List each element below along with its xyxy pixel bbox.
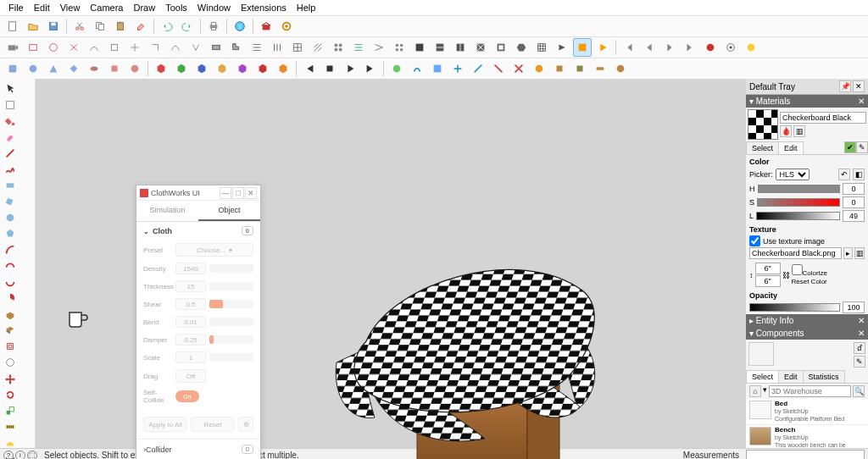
ext-tool-5[interactable] bbox=[105, 38, 124, 57]
component-send-icon[interactable]: ď bbox=[854, 342, 865, 354]
camera-icon[interactable] bbox=[3, 38, 22, 57]
ext-tool-9[interactable] bbox=[186, 38, 205, 57]
measurements-input[interactable] bbox=[746, 450, 865, 460]
comp-tab-select[interactable]: Select bbox=[746, 370, 779, 383]
rotated-rect-tool[interactable] bbox=[2, 193, 18, 209]
material-new-icon[interactable]: ▥ bbox=[793, 125, 805, 137]
misc-11[interactable] bbox=[591, 59, 609, 78]
cube-green[interactable] bbox=[172, 59, 191, 78]
line-tool[interactable] bbox=[2, 145, 18, 161]
cloth-section-header[interactable]: ⌄Cloth 0 bbox=[136, 222, 260, 240]
select-tool[interactable] bbox=[2, 80, 18, 97]
drag-toggle[interactable]: Off bbox=[175, 369, 206, 383]
chevron-down-icon[interactable]: ▾ bbox=[763, 385, 767, 397]
tool-redo[interactable] bbox=[178, 17, 197, 36]
tool-paste[interactable] bbox=[111, 17, 130, 36]
tool-open[interactable] bbox=[24, 17, 42, 36]
tool-copy[interactable] bbox=[91, 17, 109, 36]
pie-tool[interactable] bbox=[2, 290, 18, 306]
status-info-icon[interactable]: i bbox=[15, 451, 25, 460]
damper-slider[interactable] bbox=[209, 335, 253, 344]
bend-input[interactable] bbox=[175, 316, 206, 328]
ext-tool-6[interactable] bbox=[125, 38, 144, 57]
box-tool-2[interactable] bbox=[431, 38, 449, 57]
outer-shell[interactable] bbox=[2, 354, 18, 370]
ext-tool-2[interactable] bbox=[44, 38, 63, 57]
rotate-tool[interactable] bbox=[2, 386, 18, 402]
density-input[interactable] bbox=[175, 263, 206, 274]
sim-forward[interactable] bbox=[361, 59, 380, 78]
circle-tool[interactable] bbox=[2, 209, 18, 225]
tool-ext-warehouse[interactable] bbox=[257, 17, 275, 36]
make-component[interactable] bbox=[2, 97, 18, 113]
2point-arc[interactable] bbox=[2, 257, 18, 274]
pattern-tool-8[interactable] bbox=[390, 38, 409, 57]
tab-simulation[interactable]: Simulation bbox=[136, 201, 198, 221]
misc-4[interactable] bbox=[448, 59, 467, 78]
menu-help[interactable]: Help bbox=[292, 1, 321, 14]
s-slider[interactable] bbox=[757, 198, 840, 207]
apply-all-button[interactable]: Apply to All bbox=[143, 417, 187, 432]
tex-width-input[interactable] bbox=[755, 263, 781, 274]
misc-1[interactable] bbox=[387, 59, 406, 78]
material-tab-select[interactable]: Select bbox=[746, 141, 779, 154]
list-item[interactable]: Benchby SketchUpThis wooden bench can be… bbox=[746, 425, 868, 448]
ext-tool-4[interactable] bbox=[85, 38, 103, 57]
component-replace-icon[interactable]: ✎ bbox=[854, 356, 865, 368]
chain-icon[interactable]: ⛓ bbox=[782, 271, 790, 279]
3point-arc[interactable] bbox=[2, 274, 18, 290]
tray-close[interactable]: ✕ bbox=[853, 80, 865, 92]
dialog-maximize[interactable]: □ bbox=[232, 187, 244, 199]
nav-next[interactable] bbox=[660, 38, 679, 57]
sim-stop[interactable] bbox=[320, 59, 339, 78]
move-tool[interactable] bbox=[2, 370, 18, 386]
misc-7[interactable] bbox=[509, 59, 528, 78]
bend-slider[interactable] bbox=[209, 318, 253, 326]
r3-tool-6[interactable] bbox=[105, 59, 124, 78]
component-list[interactable]: Bedby SketchUpConfigurable Platform Bed … bbox=[746, 399, 868, 448]
pattern-tool-2[interactable] bbox=[268, 38, 287, 57]
tool-model-info[interactable]: i bbox=[231, 17, 249, 36]
menu-tools[interactable]: Tools bbox=[160, 1, 192, 14]
tool-new[interactable] bbox=[3, 17, 22, 36]
tool-erase[interactable] bbox=[131, 17, 150, 36]
polygon-tool[interactable] bbox=[2, 225, 18, 241]
misc-6[interactable] bbox=[489, 59, 508, 78]
cube-red[interactable] bbox=[152, 59, 170, 78]
browse-texture-button[interactable]: ▸ bbox=[843, 247, 854, 259]
box-tool-1[interactable] bbox=[410, 38, 429, 57]
opacity-slider[interactable] bbox=[749, 303, 840, 312]
status-geo-icon[interactable]: ⬚ bbox=[27, 451, 37, 460]
picker-select[interactable]: HLS bbox=[776, 169, 810, 180]
tool-print[interactable] bbox=[204, 17, 223, 36]
r3-tool-1[interactable] bbox=[3, 59, 22, 78]
pattern-tool-7[interactable] bbox=[370, 38, 388, 57]
box-tool-5[interactable] bbox=[492, 38, 510, 57]
ext-tool-8[interactable] bbox=[166, 38, 185, 57]
sim-play[interactable] bbox=[341, 59, 359, 78]
ext-tool-10[interactable] bbox=[207, 38, 225, 57]
arc-tool[interactable] bbox=[2, 241, 18, 257]
r3-tool-5[interactable] bbox=[85, 59, 103, 78]
tab-object[interactable]: Object bbox=[198, 201, 260, 221]
match-color-button[interactable]: ✔ bbox=[844, 141, 856, 153]
tool-save[interactable] bbox=[44, 17, 63, 36]
damper-input[interactable] bbox=[175, 334, 206, 346]
misc-2[interactable] bbox=[408, 59, 426, 78]
pattern-tool-1[interactable] bbox=[248, 38, 266, 57]
material-sample-icon[interactable]: 🩸 bbox=[780, 125, 792, 137]
pushpull-tool[interactable] bbox=[2, 306, 18, 322]
dialog-close[interactable]: ✕ bbox=[245, 187, 257, 199]
menu-extensions[interactable]: Extensions bbox=[236, 1, 292, 14]
tool-cut[interactable] bbox=[70, 17, 89, 36]
pattern-tool-4[interactable] bbox=[309, 38, 327, 57]
box-tool-4[interactable] bbox=[471, 38, 490, 57]
pattern-tool-5[interactable] bbox=[329, 38, 348, 57]
opacity-input[interactable] bbox=[843, 301, 865, 313]
undo-color-button[interactable]: ↶ bbox=[838, 169, 850, 180]
reset-color-button[interactable]: Reset Color bbox=[792, 278, 827, 285]
h-slider[interactable] bbox=[758, 185, 841, 193]
ext-tool-3[interactable] bbox=[64, 38, 83, 57]
ext-tool-7[interactable] bbox=[146, 38, 164, 57]
misc-9[interactable] bbox=[550, 59, 569, 78]
